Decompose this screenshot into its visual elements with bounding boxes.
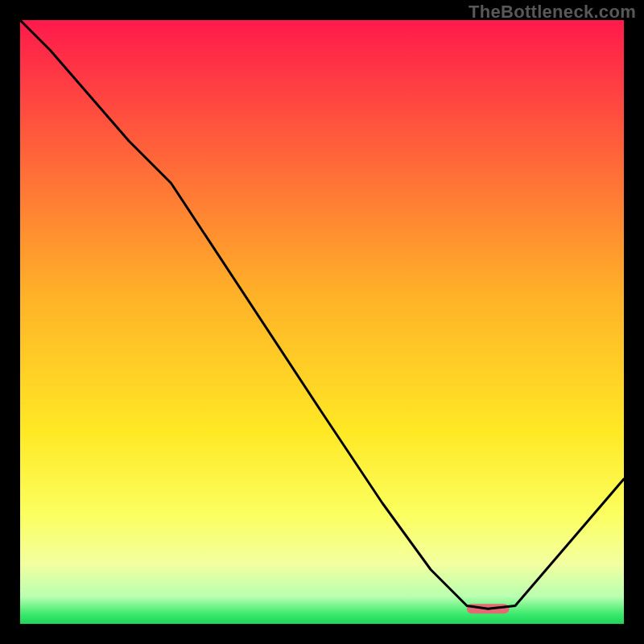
chart-container: TheBottleneck.com (0, 0, 644, 644)
watermark-label: TheBottleneck.com (469, 2, 636, 23)
bottleneck-chart (0, 0, 644, 644)
plot-background (20, 20, 624, 624)
